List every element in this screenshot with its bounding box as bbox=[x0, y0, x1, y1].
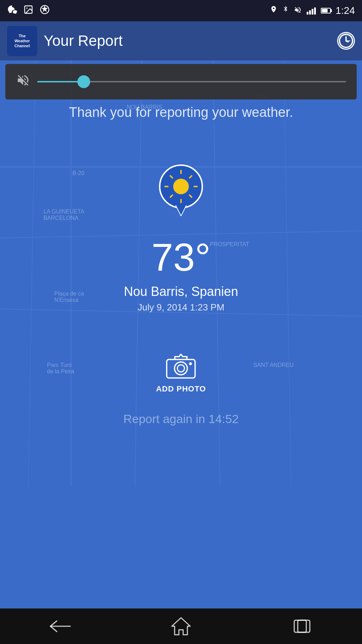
back-button[interactable] bbox=[46, 616, 75, 637]
mute-icon bbox=[16, 73, 30, 91]
map-roads bbox=[0, 60, 362, 608]
volume-fill bbox=[37, 81, 84, 82]
svg-point-27 bbox=[175, 362, 187, 375]
page-title: Your Report bbox=[44, 32, 123, 49]
bottom-nav bbox=[0, 608, 362, 644]
soccer-icon bbox=[40, 5, 50, 17]
logo-text: The Weather Channel bbox=[15, 33, 30, 49]
svg-point-14 bbox=[173, 179, 189, 194]
signal-icon bbox=[307, 7, 316, 15]
location-name: Nou Barris, Spanien bbox=[0, 284, 362, 299]
location-datetime: July 9, 2014 1:23 PM bbox=[0, 302, 362, 313]
camera-icon bbox=[165, 352, 197, 380]
status-time: 1:24 bbox=[336, 5, 355, 16]
home-button[interactable] bbox=[167, 616, 195, 637]
thank-you-text: Thank you for reporting your weather. bbox=[0, 103, 362, 122]
status-bar: 1:24 bbox=[0, 0, 362, 21]
add-photo-label: ADD PHOTO bbox=[156, 384, 206, 394]
svg-point-28 bbox=[177, 365, 185, 372]
svg-point-1 bbox=[26, 7, 28, 9]
bluetooth-icon bbox=[283, 5, 289, 16]
recents-button[interactable] bbox=[287, 616, 316, 637]
svg-marker-23 bbox=[176, 205, 186, 216]
svg-marker-31 bbox=[172, 618, 190, 635]
add-photo-button[interactable]: ADD PHOTO bbox=[156, 352, 206, 394]
history-button[interactable] bbox=[337, 32, 355, 50]
app-bar: The Weather Channel Your Report bbox=[0, 21, 362, 60]
messenger-icon bbox=[7, 5, 17, 17]
temperature-display: 73° bbox=[0, 234, 362, 280]
svg-point-4 bbox=[340, 34, 353, 48]
map-background: NOU BARRIS B-20 LA GUINEUETABARCELONA Pl… bbox=[0, 60, 362, 608]
svg-rect-32 bbox=[298, 620, 310, 632]
sun-pin-svg bbox=[158, 163, 204, 218]
twc-logo: The Weather Channel bbox=[7, 26, 37, 56]
weather-pin bbox=[158, 163, 204, 218]
muted-icon bbox=[294, 5, 302, 16]
location-icon bbox=[270, 5, 278, 16]
volume-thumb[interactable] bbox=[77, 75, 90, 88]
main-content: NOU BARRIS B-20 LA GUINEUETABARCELONA Pl… bbox=[0, 60, 362, 608]
volume-slider[interactable] bbox=[5, 64, 357, 99]
image-icon bbox=[23, 5, 33, 17]
report-again-text: Report again in 14:52 bbox=[0, 412, 362, 426]
svg-point-29 bbox=[189, 362, 192, 365]
volume-track[interactable] bbox=[37, 81, 346, 82]
svg-rect-33 bbox=[294, 620, 306, 632]
battery-icon bbox=[321, 8, 331, 13]
